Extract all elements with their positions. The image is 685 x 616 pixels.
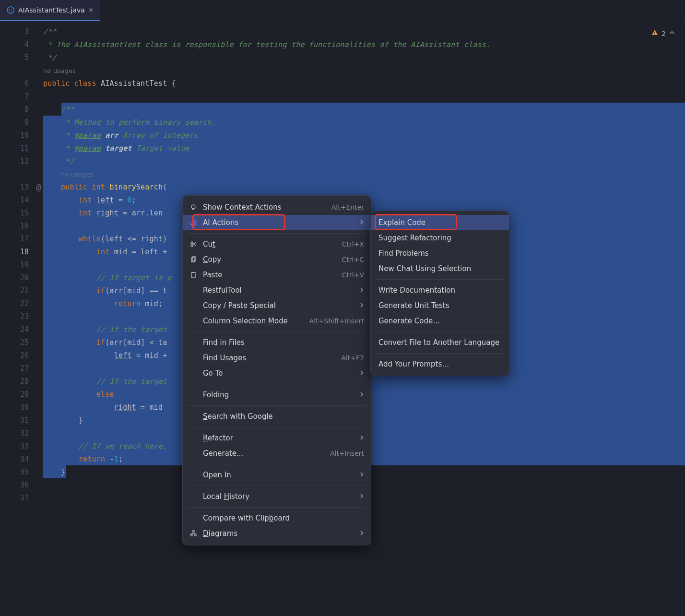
menu-item-label: Compare with Clipboard: [203, 514, 364, 522]
menu-item-find-in-files[interactable]: Find in Files: [183, 335, 371, 350]
context-menu: Show Context ActionsAlt+EnterAI ActionsC…: [182, 195, 371, 545]
menu-item-restfultool[interactable]: RestfulTool: [183, 283, 371, 298]
menu-item-go-to[interactable]: Go To: [183, 366, 371, 381]
menu-separator: [188, 405, 366, 406]
gutter-line: 28: [0, 375, 43, 388]
gutter-line: 10: [0, 129, 43, 142]
code-line[interactable]: [43, 90, 685, 103]
menu-item-label: Copy / Paste Special: [203, 301, 354, 310]
svg-point-4: [191, 205, 195, 209]
code-line[interactable]: /**: [43, 103, 685, 116]
menu-item-compare-with-clipboard[interactable]: Compare with Clipboard: [183, 510, 371, 526]
gutter-line: 33: [0, 439, 43, 452]
ai-actions-submenu: Explain CodeSuggest RefactoringFind Prob…: [370, 211, 509, 376]
gutter-line: [0, 167, 43, 180]
code-line[interactable]: no usages: [43, 167, 685, 180]
menu-item-column-selection-mode[interactable]: Column Selection ModeAlt+Shift+Insert: [183, 313, 371, 329]
menu-item-label: Find in Files: [203, 338, 364, 347]
code-line[interactable]: */: [43, 154, 685, 167]
gutter-line: 32: [0, 426, 43, 439]
close-icon[interactable]: ×: [89, 5, 94, 14]
paste-icon: [189, 271, 198, 279]
menu-item-label: Add Your Prompts…: [378, 360, 501, 368]
tab-bar: C AIAssistantTest.java ×: [0, 0, 685, 21]
gutter-line: 6: [0, 77, 43, 90]
code-line[interactable]: * @param target Target value: [43, 142, 685, 154]
gutter-line: 29: [0, 388, 43, 401]
menu-separator: [188, 427, 366, 427]
menu-item-label: Generate Unit Tests: [378, 301, 501, 310]
menu-item-diagrams[interactable]: Diagrams: [183, 526, 371, 541]
submenu-item-write-documentation[interactable]: Write Documentation: [371, 283, 509, 298]
submenu-item-generate-unit-tests[interactable]: Generate Unit Tests: [371, 298, 509, 313]
shortcut: Alt+Shift+Insert: [309, 317, 364, 325]
menu-item-cut[interactable]: CutCtrl+X: [183, 237, 371, 252]
gutter-line: 13@: [0, 180, 43, 193]
code-line[interactable]: public int binarySearch(: [43, 180, 685, 193]
shortcut: Ctrl+X: [342, 240, 364, 248]
menu-item-generate[interactable]: Generate...Alt+Insert: [183, 446, 371, 461]
menu-item-label: Explain Code: [378, 218, 501, 227]
menu-separator: [188, 233, 366, 234]
svg-rect-10: [191, 272, 195, 278]
menu-item-ai-actions[interactable]: AI Actions: [183, 215, 371, 230]
code-line[interactable]: public class AIAssistantTest {: [43, 77, 685, 90]
svg-rect-12: [192, 531, 194, 532]
submenu-item-add-your-prompts[interactable]: Add Your Prompts…: [371, 356, 509, 372]
menu-item-local-history[interactable]: Local History: [183, 489, 371, 504]
chevron-right-icon: [359, 219, 364, 226]
menu-separator: [188, 464, 366, 464]
menu-item-refactor[interactable]: Refactor: [183, 430, 371, 446]
bulb-icon: [189, 203, 198, 211]
menu-item-open-in[interactable]: Open In: [183, 467, 371, 483]
submenu-item-explain-code[interactable]: Explain Code: [371, 215, 509, 230]
chevron-right-icon: [359, 370, 364, 377]
diagram-icon: [189, 530, 198, 537]
gutter-line: 24: [0, 323, 43, 336]
menu-item-label: Folding: [203, 391, 354, 399]
tab-title: AIAssistantTest.java: [18, 6, 85, 14]
submenu-item-generate-code[interactable]: Generate Code…: [371, 313, 509, 329]
menu-item-label: Local History: [203, 492, 354, 501]
menu-item-label: Open In: [203, 471, 354, 479]
code-line[interactable]: * Method to perform binary search.: [43, 116, 685, 129]
gutter: 345678910111213@141516171819202122232425…: [0, 21, 43, 615]
gutter-line: 31: [0, 414, 43, 426]
submenu-item-find-problems[interactable]: Find Problems: [371, 246, 509, 261]
menu-item-label: Refactor: [203, 434, 354, 442]
menu-item-folding[interactable]: Folding: [183, 387, 371, 403]
menu-item-label: Cut: [203, 240, 337, 249]
menu-item-label: Write Documentation: [378, 286, 501, 295]
menu-item-search-with-google[interactable]: Search with Google: [183, 409, 371, 424]
menu-item-show-context-actions[interactable]: Show Context ActionsAlt+Enter: [183, 200, 371, 215]
submenu-item-suggest-refactoring[interactable]: Suggest Refactoring: [371, 230, 509, 246]
submenu-item-new-chat-using-selection[interactable]: New Chat Using Selection: [371, 261, 509, 276]
code-line[interactable]: no usages: [43, 64, 685, 77]
chevron-right-icon: [359, 493, 364, 500]
svg-text:C: C: [9, 8, 12, 12]
menu-item-label: Suggest Refactoring: [378, 234, 501, 242]
menu-item-paste[interactable]: PasteCtrl+V: [183, 267, 371, 283]
shortcut: Ctrl+C: [342, 256, 364, 263]
chevron-right-icon: [359, 472, 364, 478]
gutter-line: 19: [0, 258, 43, 271]
chevron-right-icon: [359, 302, 364, 309]
gutter-line: 15: [0, 206, 43, 219]
gutter-line: 5: [0, 51, 43, 64]
code-line[interactable]: /**: [43, 25, 685, 38]
chevron-right-icon: [359, 435, 364, 441]
code-line[interactable]: * @param arr Array of integers: [43, 129, 685, 142]
menu-item-copy-paste-special[interactable]: Copy / Paste Special: [183, 298, 371, 313]
submenu-item-convert-file-to-another-language[interactable]: Convert File to Another Language: [371, 335, 509, 350]
gutter-line: 16: [0, 219, 43, 232]
file-tab[interactable]: C AIAssistantTest.java ×: [0, 0, 100, 21]
menu-item-copy[interactable]: CopyCtrl+C: [183, 252, 371, 267]
menu-item-find-usages[interactable]: Find UsagesAlt+F7: [183, 350, 371, 366]
menu-item-label: Search with Google: [203, 412, 364, 421]
svg-rect-8: [191, 258, 195, 262]
code-line[interactable]: * The AIAssistantTest class is responsib…: [43, 38, 685, 51]
shortcut: Alt+F7: [341, 354, 364, 362]
code-line[interactable]: */: [43, 51, 685, 64]
gutter-line: 36: [0, 478, 43, 491]
menu-item-label: Column Selection Mode: [203, 317, 305, 325]
